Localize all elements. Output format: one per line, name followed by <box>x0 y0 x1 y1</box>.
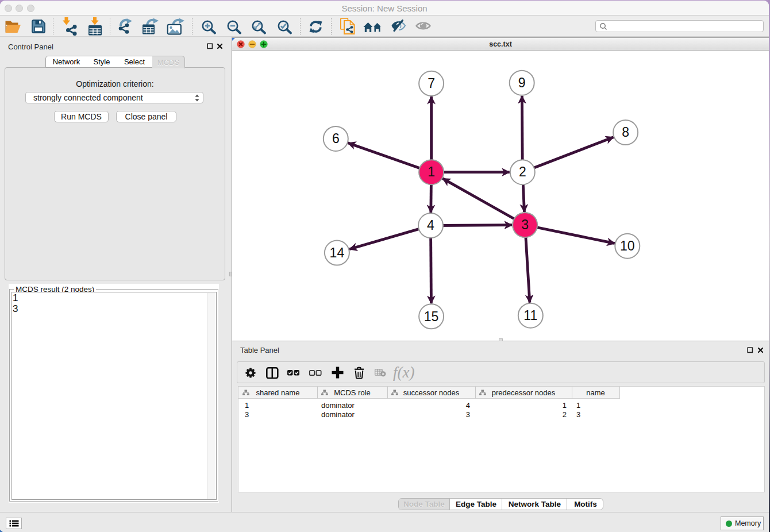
svg-text:2: 2 <box>519 164 526 179</box>
svg-text:7: 7 <box>428 76 435 91</box>
svg-text:3: 3 <box>521 217 529 232</box>
svg-text:9: 9 <box>518 75 526 90</box>
svg-text:f(x): f(x) <box>393 364 414 381</box>
svg-text:14: 14 <box>330 245 345 260</box>
svg-text:15: 15 <box>424 309 439 324</box>
svg-text:6: 6 <box>332 131 340 146</box>
svg-text:1: 1 <box>428 164 435 179</box>
svg-text:4: 4 <box>427 218 434 233</box>
svg-text:10: 10 <box>620 238 635 253</box>
svg-text:11: 11 <box>523 308 537 323</box>
svg-text:8: 8 <box>622 125 629 140</box>
